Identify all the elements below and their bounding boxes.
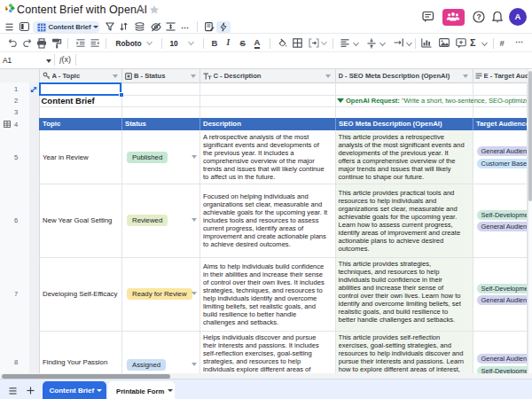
svg-text:?: ? [476,12,481,21]
